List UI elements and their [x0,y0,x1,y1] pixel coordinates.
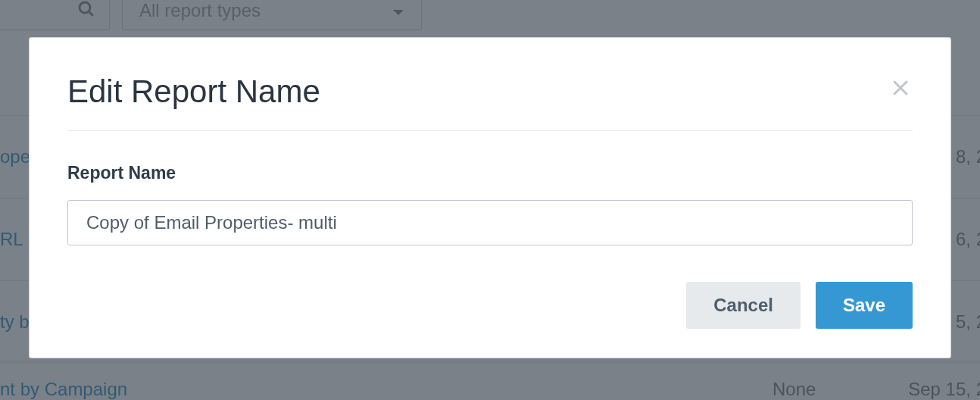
report-name-field-group: Report Name [67,163,913,245]
report-name-label: Report Name [67,163,913,183]
edit-report-name-modal: Edit Report Name Report Name Cancel Save [29,37,951,358]
close-button[interactable] [888,76,913,100]
report-name-input[interactable] [67,200,913,245]
modal-footer: Cancel Save [67,282,913,329]
modal-title: Edit Report Name [67,74,320,109]
cancel-button[interactable]: Cancel [686,282,801,329]
save-button[interactable]: Save [816,282,913,329]
modal-header: Edit Report Name [67,74,913,131]
close-icon [891,79,910,97]
